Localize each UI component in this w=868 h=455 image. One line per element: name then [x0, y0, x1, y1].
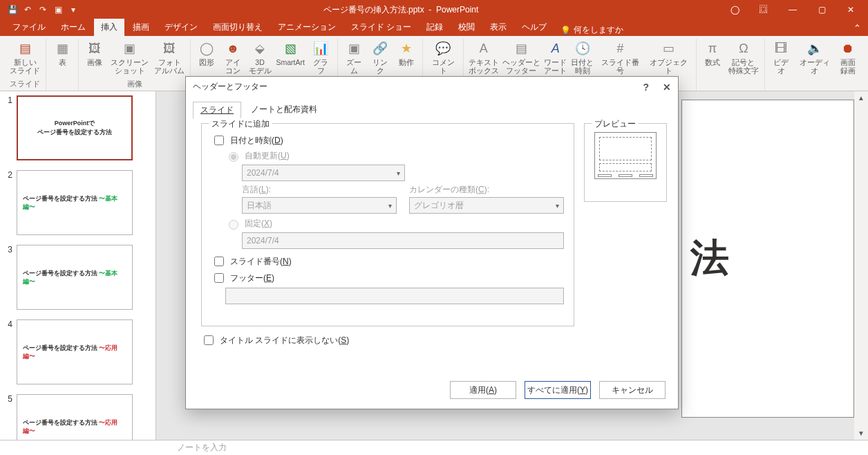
select-language: 日本語▾ — [242, 197, 397, 214]
current-slide[interactable]: 法 — [681, 100, 854, 418]
maximize-icon[interactable]: ▢ — [809, 1, 835, 18]
slide-thumb[interactable]: ページ番号を設定する方法 〜基本編〜 — [17, 245, 133, 310]
tab-slideshow[interactable]: スライド ショー — [344, 19, 418, 36]
audio-button[interactable]: 🔈オーディオ — [795, 39, 833, 77]
input-footer-text — [225, 288, 564, 304]
smartart-button[interactable]: ▧SmartArt — [275, 39, 305, 77]
zoom-button[interactable]: ▣ズーム — [342, 39, 366, 77]
tab-draw[interactable]: 描画 — [126, 19, 156, 36]
ribbon-display-icon[interactable]: ⿴ — [751, 1, 777, 18]
equation-button[interactable]: π数式 — [701, 39, 724, 77]
checkbox-date-time[interactable] — [214, 136, 224, 145]
tab-file[interactable]: ファイル — [6, 19, 53, 36]
qat-customize-icon[interactable]: ▾ — [66, 3, 80, 17]
select-date-format: 2024/7/4▾ — [242, 165, 405, 181]
close-icon[interactable]: ✕ — [838, 1, 864, 18]
checkbox-footer[interactable] — [214, 273, 224, 283]
icons-button[interactable]: ☻アイ コン — [221, 39, 245, 77]
scroll-down-icon[interactable]: ▼ — [858, 429, 865, 437]
checkbox-dont-show-on-title[interactable] — [204, 335, 214, 345]
redo-icon[interactable]: ↷ — [36, 3, 50, 17]
label-dont-show-on-title: タイトル スライドに表示しない(S) — [220, 335, 349, 346]
apply-button[interactable]: 適用(A) — [450, 381, 516, 399]
slide-thumb[interactable]: ページ番号を設定する方法 〜応用編〜 — [17, 319, 133, 384]
dialog-close-icon[interactable]: ✕ — [663, 82, 671, 93]
link-button[interactable]: 🔗リン ク — [368, 39, 392, 77]
account-icon[interactable]: ◯ — [721, 1, 748, 18]
lightbulb-icon: 💡 — [560, 26, 571, 35]
symbol-button[interactable]: Ω記号と 特殊文字 — [727, 39, 760, 77]
tab-animations[interactable]: アニメーション — [271, 19, 343, 36]
fieldset-add-to-slide: スライドに追加 — [209, 118, 272, 130]
preview-thumbnail — [594, 132, 657, 179]
label-auto-update: 自動更新(U) — [245, 150, 290, 162]
comment-button[interactable]: 💬コメント — [427, 39, 459, 77]
slide-thumb[interactable]: ページ番号を設定する方法 〜基本編〜 — [17, 170, 133, 235]
3d-models-button[interactable]: ⬙3D モデル — [247, 39, 272, 77]
radio-fixed — [229, 220, 238, 230]
undo-icon[interactable]: ↶ — [21, 3, 35, 17]
collapse-ribbon-icon[interactable]: ⌃ — [847, 20, 868, 36]
vertical-scrollbar[interactable]: ▲ ▼ — [854, 91, 868, 440]
label-language: 言語(L): — [242, 184, 397, 196]
dialog-titlebar: ヘッダーとフッター ? ✕ — [186, 77, 678, 98]
dialog-help-icon[interactable]: ? — [643, 82, 649, 93]
chevron-down-icon: ▾ — [397, 169, 400, 177]
cancel-button[interactable]: キャンセル — [599, 381, 666, 399]
thumb-number: 3 — [3, 245, 12, 310]
label-slide-number: スライド番号(N) — [230, 256, 292, 268]
screen-recording-button[interactable]: ⏺画面 録画 — [836, 39, 860, 77]
minimize-icon[interactable]: — — [780, 1, 806, 18]
date-time-button[interactable]: 🕓日付と 時刻 — [570, 39, 594, 77]
fieldset-preview: プレビュー — [592, 118, 639, 130]
tab-design[interactable]: デザイン — [158, 19, 205, 36]
checkbox-slide-number[interactable] — [214, 257, 224, 266]
input-fixed-date: 2024/7/4 — [242, 232, 564, 249]
select-calendar-type: グレゴリオ暦▾ — [409, 197, 564, 214]
video-button[interactable]: 🎞ビデオ — [769, 39, 793, 77]
slide-thumb[interactable]: PowerPointで ページ番号を設定する方法 — [17, 95, 133, 160]
tab-view[interactable]: 表示 — [483, 19, 513, 36]
apply-all-button[interactable]: すべてに適用(Y) — [525, 381, 591, 399]
radio-auto-update — [229, 152, 238, 162]
dialog-tab-notes-handouts[interactable]: ノートと配布資料 — [244, 102, 324, 119]
label-calendar-type: カレンダーの種類(C): — [409, 184, 564, 196]
textbox-button[interactable]: Aテキスト ボックス — [468, 39, 499, 77]
tab-insert[interactable]: 挿入 — [94, 19, 124, 36]
chart-button[interactable]: 📊グラフ — [308, 39, 333, 77]
tab-record[interactable]: 記録 — [419, 19, 450, 36]
thumbnail-pane[interactable]: 1 PowerPointで ページ番号を設定する方法 2 ページ番号を設定する方… — [0, 91, 156, 440]
group-images-label: 画像 — [127, 79, 142, 91]
header-footer-button[interactable]: ▤ヘッダーと フッター — [502, 39, 540, 77]
slide-number-button[interactable]: #スライド番号 — [598, 39, 643, 77]
tell-me-box[interactable]: 💡 何をしますか — [560, 24, 623, 36]
chevron-down-icon: ▾ — [556, 202, 559, 210]
photo-album-button[interactable]: 🖼フォト アルバム — [153, 39, 186, 77]
tab-review[interactable]: 校閲 — [451, 19, 482, 36]
start-slideshow-icon[interactable]: ▣ — [51, 3, 65, 17]
picture-button[interactable]: 🖼画像 — [83, 39, 106, 77]
dialog-tab-slide[interactable]: スライド — [193, 102, 241, 119]
thumb-number: 2 — [3, 170, 12, 235]
scroll-up-icon[interactable]: ▲ — [858, 94, 865, 102]
dialog-title: ヘッダーとフッター — [193, 81, 267, 93]
object-button[interactable]: ▭オブジェクト — [646, 39, 692, 77]
slide-thumb[interactable]: ページ番号を設定する方法 〜応用編〜 — [17, 394, 133, 440]
label-fixed: 固定(X) — [245, 218, 272, 230]
notes-placeholder: ノートを入力 — [177, 442, 227, 454]
shapes-button[interactable]: ◯図形 — [195, 39, 218, 77]
window-title: ページ番号の挿入方法.pptx - PowerPoint — [80, 4, 721, 16]
table-button[interactable]: ▦表 — [50, 39, 74, 77]
screenshot-button[interactable]: ▣スクリーン ショット — [109, 39, 150, 77]
new-slide-button[interactable]: ▤新しい スライド — [8, 39, 41, 77]
save-icon[interactable]: 💾 — [6, 3, 19, 17]
title-bar: 💾 ↶ ↷ ▣ ▾ ページ番号の挿入方法.pptx - PowerPoint ◯… — [0, 0, 868, 19]
notes-pane[interactable]: ノートを入力 — [0, 440, 868, 455]
thumb-number: 5 — [3, 394, 12, 440]
tab-home[interactable]: ホーム — [54, 19, 93, 36]
wordart-button[interactable]: Aワード アート — [543, 39, 567, 77]
group-slides-label: スライド — [10, 79, 40, 91]
tab-transitions[interactable]: 画面切り替え — [206, 19, 270, 36]
action-button[interactable]: ★動作 — [395, 39, 418, 77]
tab-help[interactable]: ヘルプ — [515, 19, 554, 36]
